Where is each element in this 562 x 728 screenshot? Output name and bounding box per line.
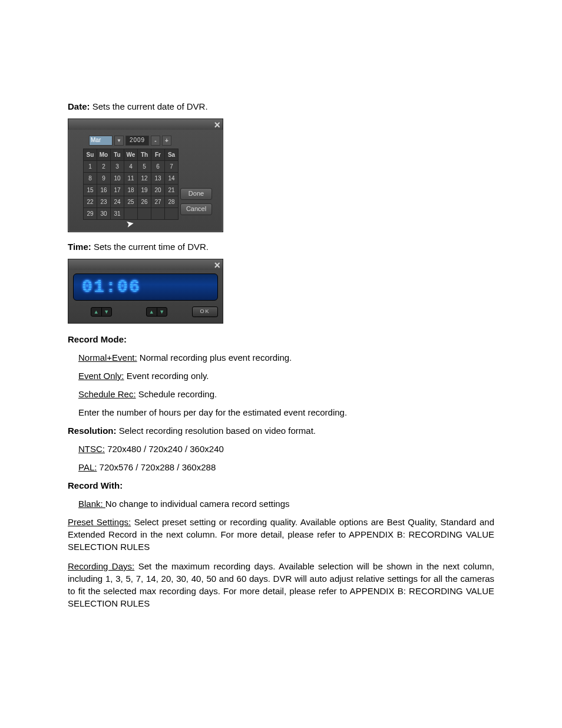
time-value: 01:06 [82,275,141,299]
calendar-day[interactable]: 16 [97,185,111,196]
blank-desc: No change to individual camera record se… [105,499,290,509]
month-dropdown-icon[interactable]: ▼ [114,136,124,146]
calendar-day[interactable]: 31 [111,208,124,220]
hour-down-icon[interactable]: ▼ [102,308,112,316]
calendar-day[interactable]: 12 [138,173,151,185]
resolution-desc: Select recording resolution based on vid… [117,426,316,436]
hours-line: Enter the number of hours per day for th… [78,406,494,419]
dow-header: Sa [165,149,178,161]
time-label: Time: [68,242,91,252]
ntsc-line: NTSC: 720x480 / 720x240 / 360x240 [78,443,494,455]
calendar-day[interactable]: 21 [165,185,178,196]
date-desc: Sets the current date of DVR. [90,101,208,111]
calendar-day [165,208,178,220]
record-mode-heading: Record Mode: [68,333,494,345]
calendar-day[interactable]: 14 [165,173,178,185]
pal-label: PAL: [78,462,97,472]
calendar-day[interactable]: 2 [97,161,111,173]
time-line: Time: Sets the current time of DVR. [68,241,494,253]
calendar-day[interactable]: 24 [111,196,124,208]
calendar-day[interactable]: 10 [111,173,124,185]
preset-desc: Select preset setting or recording quali… [68,517,494,552]
recdays-line: Recording Days: Set the maximum recordin… [68,560,494,610]
hour-up-icon[interactable]: ▲ [91,308,102,316]
calendar-day [151,208,165,220]
cancel-button[interactable]: Cancel [180,203,212,215]
ok-button[interactable]: OK [192,307,218,317]
minute-down-icon[interactable]: ▼ [157,308,167,316]
calendar-day[interactable]: 26 [138,196,151,208]
minute-up-icon[interactable]: ▲ [147,308,157,316]
calendar-day[interactable]: 6 [151,161,165,173]
event-only-line: Event Only: Event recording only. [78,370,494,382]
calendar-day[interactable]: 27 [151,196,165,208]
minute-stepper[interactable]: ▲ ▼ [146,307,167,317]
calendar-day[interactable]: 25 [124,196,138,208]
calendar-day[interactable]: 29 [84,208,97,220]
calendar-day [124,208,138,220]
calendar-day[interactable]: 1 [84,161,97,173]
record-with-heading: Record With: [68,479,494,492]
time-picker-titlebar: × [68,259,223,270]
calendar-day[interactable]: 4 [124,161,138,173]
preset-label: Preset Settings: [68,517,131,527]
dow-header: Fr [151,149,165,161]
ntsc-desc: 720x480 / 720x240 / 360x240 [105,444,224,454]
normal-event-label: Normal+Event: [78,353,137,363]
preset-line: Preset Settings: Select preset setting o… [68,516,494,553]
calendar-day[interactable]: 5 [138,161,151,173]
calendar-day [138,208,151,220]
normal-event-desc: Normal recording plus event recording. [137,353,292,363]
dow-header: Su [84,149,97,161]
blank-label: Blank: [78,499,105,509]
calendar-day[interactable]: 30 [97,208,111,220]
ntsc-label: NTSC: [78,444,105,454]
recdays-label: Recording Days: [68,561,134,571]
time-display: 01:06 [73,274,218,301]
pal-line: PAL: 720x576 / 720x288 / 360x288 [78,461,494,473]
calendar-day[interactable]: 13 [151,173,165,185]
close-icon[interactable]: × [211,118,223,133]
close-icon[interactable]: × [211,258,223,273]
calendar-day[interactable]: 19 [138,185,151,196]
year-plus-button[interactable]: + [162,136,171,146]
schedule-rec-label: Schedule Rec: [78,389,136,399]
hour-stepper[interactable]: ▲ ▼ [91,307,112,317]
normal-event-line: Normal+Event: Normal recording plus even… [78,351,494,364]
calendar-day[interactable]: 22 [84,196,97,208]
month-select[interactable]: Mar [89,136,113,146]
dow-header: Mo [97,149,111,161]
schedule-rec-desc: Schedule recording. [136,389,217,399]
calendar-grid: Su Mo Tu We Th Fr Sa 1 2 3 4 5 6 [83,149,178,220]
blank-line: Blank: No change to individual camera re… [78,498,494,510]
calendar-day[interactable]: 8 [84,173,97,185]
event-only-desc: Event recording only. [124,371,209,381]
dow-header: Tu [111,149,124,161]
calendar-day[interactable]: 28 [165,196,178,208]
calendar-day[interactable]: 3 [111,161,124,173]
done-button[interactable]: Done [180,188,212,200]
year-minus-button[interactable]: - [151,136,160,146]
resolution-line: Resolution: Select recording resolution … [68,424,494,437]
time-picker-panel: × 01:06 ▲ ▼ ▲ ▼ OK [68,259,223,324]
calendar-day[interactable]: 20 [151,185,165,196]
dow-header: We [124,149,138,161]
pal-desc: 720x576 / 720x288 / 360x288 [97,462,216,472]
date-label: Date: [68,101,90,111]
dow-header: Th [138,149,151,161]
schedule-rec-line: Schedule Rec: Schedule recording. [78,388,494,400]
calendar-day[interactable]: 18 [124,185,138,196]
calendar-day[interactable]: 9 [97,173,111,185]
calendar-day[interactable]: 15 [84,185,97,196]
calendar-day[interactable]: 7 [165,161,178,173]
calendar-day[interactable]: 23 [97,196,111,208]
date-line: Date: Sets the current date of DVR. [68,100,494,113]
event-only-label: Event Only: [78,371,124,381]
date-picker-titlebar: × [68,119,223,130]
calendar-day[interactable]: 11 [124,173,138,185]
resolution-label: Resolution: [68,426,117,436]
calendar-day[interactable]: 17 [111,185,124,196]
time-desc: Sets the current time of DVR. [91,242,209,252]
date-picker-panel: × Mar ▼ 2009 - + Su Mo Tu We Th [68,118,223,232]
year-field[interactable]: 2009 [125,136,149,146]
